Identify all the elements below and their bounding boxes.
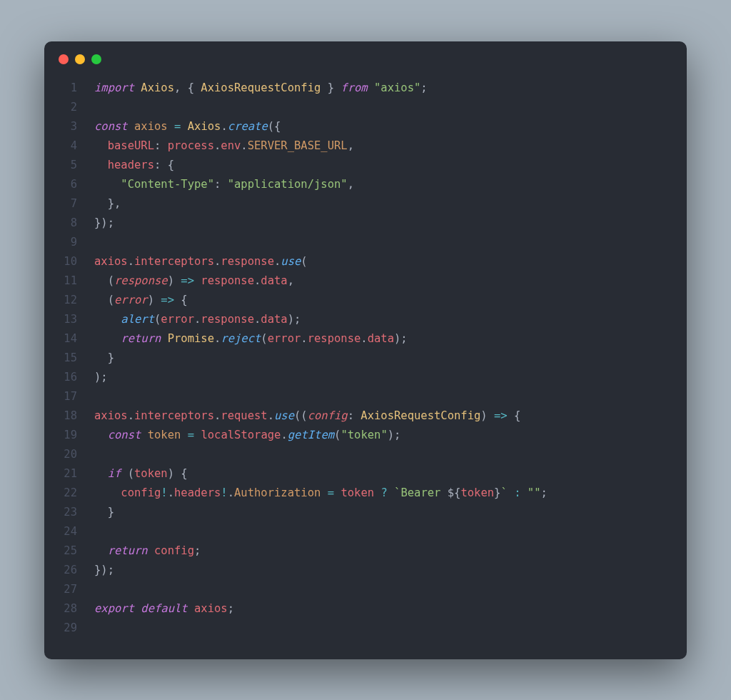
- code-editor[interactable]: 1import Axios, { AxiosRequestConfig } fr…: [44, 71, 687, 659]
- token-punc: [388, 486, 394, 499]
- token-str: "": [528, 486, 541, 499]
- line-number: 26: [44, 561, 94, 580]
- token-punc: [194, 429, 201, 441]
- line-number: 15: [44, 349, 94, 368]
- token-punc: ;: [540, 486, 547, 499]
- token-punc: [168, 120, 174, 133]
- line-number: 20: [44, 445, 94, 464]
- line-source[interactable]: config!.headers!.Authorization = token ?…: [94, 484, 548, 503]
- code-line[interactable]: 26});: [44, 561, 687, 580]
- line-number: 14: [44, 329, 94, 349]
- line-source[interactable]: );: [94, 368, 108, 387]
- token-kw: if: [108, 467, 121, 480]
- code-line[interactable]: 25 return config;: [44, 541, 687, 561]
- line-source[interactable]: });: [94, 561, 114, 580]
- code-line[interactable]: 28export default axios;: [44, 599, 687, 619]
- code-line[interactable]: 8});: [44, 214, 687, 233]
- line-number: 11: [44, 271, 94, 291]
- code-line[interactable]: 6 "Content-Type": "application/json",: [44, 175, 687, 194]
- code-line[interactable]: 2: [44, 98, 687, 117]
- code-line[interactable]: 4 baseURL: process.env.SERVER_BASE_URL,: [44, 136, 687, 156]
- code-line[interactable]: 13 alert(error.response.data);: [44, 310, 687, 329]
- code-line[interactable]: 22 config!.headers!.Authorization = toke…: [44, 484, 687, 503]
- line-source[interactable]: },: [94, 194, 121, 214]
- token-fnit: getItem: [288, 429, 334, 441]
- token-punc: (: [154, 313, 161, 326]
- token-id: error: [268, 332, 301, 345]
- line-source[interactable]: export default axios;: [94, 599, 234, 619]
- line-number: 2: [44, 98, 94, 117]
- code-line[interactable]: 27: [44, 580, 687, 599]
- line-source[interactable]: alert(error.response.data);: [94, 310, 301, 329]
- line-source[interactable]: baseURL: process.env.SERVER_BASE_URL,: [94, 136, 354, 156]
- code-line[interactable]: 16);: [44, 368, 687, 387]
- token-id: interceptors: [134, 255, 214, 268]
- code-line[interactable]: 23 }: [44, 503, 687, 522]
- code-line[interactable]: 15 }: [44, 349, 687, 368]
- token-punc: }: [94, 351, 114, 364]
- token-id: headers: [174, 486, 221, 499]
- line-source[interactable]: "Content-Type": "application/json",: [94, 175, 354, 194]
- code-line[interactable]: 24: [44, 522, 687, 541]
- code-line[interactable]: 10axios.interceptors.response.use(: [44, 252, 687, 271]
- code-line[interactable]: 12 (error) => {: [44, 291, 687, 310]
- token-op: !: [221, 486, 227, 499]
- token-param: error: [114, 294, 148, 306]
- token-kw: from: [341, 81, 367, 94]
- line-source[interactable]: (response) => response.data,: [94, 271, 294, 291]
- token-op: =>: [161, 294, 174, 306]
- minimize-icon[interactable]: [75, 54, 85, 64]
- code-line[interactable]: 9: [44, 233, 687, 252]
- code-line[interactable]: 11 (response) => response.data,: [44, 271, 687, 291]
- token-op: =>: [494, 409, 508, 422]
- token-param: config: [308, 409, 348, 422]
- line-number: 3: [44, 117, 94, 136]
- line-source[interactable]: headers: {: [94, 156, 174, 175]
- code-line[interactable]: 18axios.interceptors.request.use((config…: [44, 406, 687, 426]
- code-line[interactable]: 1import Axios, { AxiosRequestConfig } fr…: [44, 79, 687, 98]
- code-line[interactable]: 5 headers: {: [44, 156, 687, 175]
- code-line[interactable]: 17: [44, 387, 687, 406]
- code-line[interactable]: 7 },: [44, 194, 687, 214]
- token-punc: (: [334, 429, 341, 441]
- line-source[interactable]: const axios = Axios.create({: [94, 117, 281, 136]
- line-source[interactable]: axios.interceptors.request.use((config: …: [94, 406, 520, 426]
- code-line[interactable]: 3const axios = Axios.create({: [44, 117, 687, 136]
- line-source[interactable]: }: [94, 503, 114, 522]
- token-punc: [148, 544, 154, 557]
- code-line[interactable]: 20: [44, 445, 687, 464]
- token-str: "axios": [374, 81, 420, 94]
- code-line[interactable]: 21 if (token) {: [44, 464, 687, 484]
- close-icon[interactable]: [59, 54, 69, 64]
- code-line[interactable]: 29: [44, 619, 687, 638]
- token-punc: },: [94, 197, 121, 210]
- token-id: data: [368, 332, 394, 345]
- token-punc: .: [128, 255, 134, 268]
- code-line[interactable]: 19 const token = localStorage.getItem("t…: [44, 426, 687, 445]
- token-punc: .: [128, 409, 134, 422]
- line-number: 27: [44, 580, 94, 599]
- line-source[interactable]: return config;: [94, 541, 201, 561]
- token-id: response: [201, 313, 254, 326]
- token-punc: .: [214, 332, 221, 345]
- code-line[interactable]: 14 return Promise.reject(error.response.…: [44, 329, 687, 349]
- line-source[interactable]: axios.interceptors.response.use(: [94, 252, 308, 271]
- token-punc: .: [361, 332, 367, 345]
- token-id: token: [341, 486, 374, 499]
- line-source[interactable]: }: [94, 349, 114, 368]
- zoom-icon[interactable]: [91, 54, 101, 64]
- line-number: 6: [44, 175, 94, 194]
- line-source[interactable]: return Promise.reject(error.response.dat…: [94, 329, 408, 349]
- token-punc: [368, 81, 374, 94]
- token-punc: [321, 486, 327, 499]
- line-source[interactable]: import Axios, { AxiosRequestConfig } fro…: [94, 79, 428, 98]
- line-source[interactable]: if (token) {: [94, 464, 188, 484]
- token-fnit: alert: [121, 313, 154, 326]
- line-source[interactable]: });: [94, 214, 114, 233]
- line-source[interactable]: const token = localStorage.getItem("toke…: [94, 426, 400, 445]
- token-op: =>: [181, 274, 194, 287]
- line-source[interactable]: (error) => {: [94, 291, 188, 310]
- token-op: =: [188, 429, 194, 441]
- token-punc: [141, 429, 147, 441]
- token-param: response: [114, 274, 168, 287]
